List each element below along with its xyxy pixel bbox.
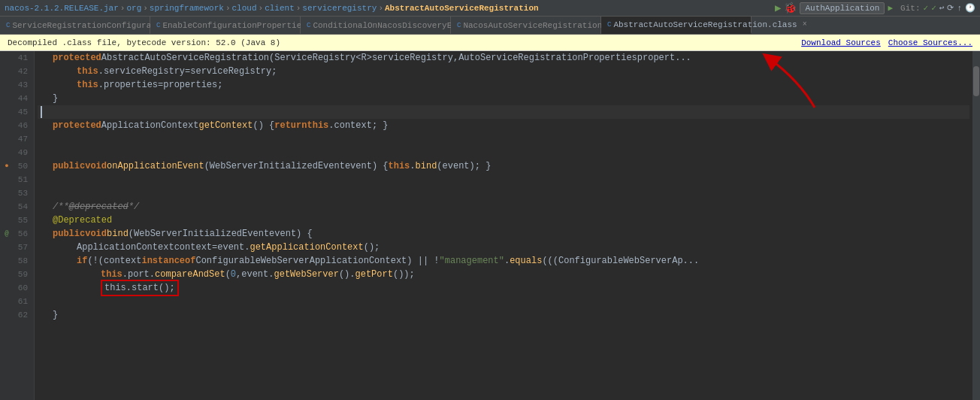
tabs-bar: C ServiceRegistrationConfiguration.class… [0, 17, 980, 35]
code-content: protected AbstractAutoServiceRegistratio… [35, 51, 972, 400]
code-line-45 [38, 105, 969, 119]
gutter-icon-44 [3, 95, 11, 102]
gutter-line-43: 43 [3, 78, 28, 92]
code-line-49 [38, 146, 969, 159]
gutter-line-61: 61 [3, 295, 28, 308]
tab-label-5: AbstractAutoServiceRegistration.class [613, 20, 797, 29]
code-line-42: this.serviceRegistry = serviceRegistry; [38, 65, 969, 78]
push-icon[interactable]: ↑ [957, 4, 962, 13]
gutter-icon-56: @ [3, 230, 11, 238]
gutter-line-56: @56 [3, 227, 28, 241]
gutter-icon-59 [3, 271, 11, 278]
deprecated-text: @deprecated [69, 200, 129, 214]
gutter-line-51: 51 [3, 173, 28, 186]
gutter-line-59: 59 [3, 268, 28, 281]
code-line-60: this.start(); [38, 281, 969, 295]
gutter-icon-57 [3, 244, 11, 251]
vertical-scrollbar[interactable] [972, 51, 980, 400]
code-line-55: @Deprecated [38, 214, 969, 227]
tab-service-registration-configuration[interactable]: C ServiceRegistrationConfiguration.class… [0, 17, 150, 34]
bc-org[interactable]: org [126, 4, 141, 13]
sep1: › [120, 4, 126, 13]
gutter-line-41: 41 [3, 51, 28, 65]
gutter-line-47: 47 [3, 132, 28, 146]
tab-icon-4: C [457, 21, 461, 30]
gutter-line-53: 53 [3, 186, 28, 200]
gutter-line-55: 55 [3, 214, 28, 227]
git-check: ✓ [924, 3, 929, 13]
breadcrumb-bar: nacos-2.1.2.RELEASE.jar › org › springfr… [0, 0, 980, 17]
run-button[interactable]: ▶ [775, 2, 781, 14]
tab-nacos-auto-service[interactable]: C NacosAutoServiceRegistration.class × [451, 17, 601, 34]
gutter-line-50: ●50 [3, 159, 28, 173]
line-numbers-gutter: 41 42 43 44 45 46 47 49 ●50 51 53 54 55 … [0, 51, 35, 400]
code-line-56: public void bind(WebServerInitializedEve… [38, 227, 969, 241]
git-label: Git: [900, 4, 920, 13]
bc-client[interactable]: client [265, 4, 295, 13]
gutter-icon-54 [3, 203, 11, 211]
notice-text: Decompiled .class file, bytecode version… [8, 38, 280, 47]
code-line-41: protected AbstractAutoServiceRegistratio… [38, 51, 969, 65]
code-line-61 [38, 295, 969, 308]
app-dropdown[interactable]: AuthApplication [800, 2, 885, 14]
gutter-line-57: 57 [3, 241, 28, 254]
gutter-line-46: 46 [3, 119, 28, 132]
gutter-icon-55 [3, 217, 11, 224]
code-line-57: ApplicationContext context = event.getAp… [38, 241, 969, 254]
gutter-icon-51 [3, 176, 11, 183]
code-area: 41 42 43 44 45 46 47 49 ●50 51 53 54 55 … [0, 51, 980, 400]
vcs-icon[interactable]: ↩ [939, 3, 945, 13]
notice-bar: Decompiled .class file, bytecode version… [0, 35, 980, 51]
history-icon[interactable]: 🕐 [965, 3, 975, 13]
download-sources-link[interactable]: Download Sources [801, 38, 881, 47]
highlighted-code: this.start(); [101, 280, 179, 296]
toolbar-right: ▶ 🐞 AuthApplication ▶ Git: ✓ ✓ ↩ ⟳ ↑ 🕐 [775, 2, 975, 14]
code-line-50: public void onApplicationEvent(WebServer… [38, 159, 969, 173]
gutter-icon-60 [3, 284, 11, 292]
gutter-icon-45 [3, 108, 11, 116]
run-icon[interactable]: ▶ [888, 3, 893, 13]
code-line-47 [38, 132, 969, 146]
code-line-58: if (!(context instanceof ConfigurableWeb… [38, 254, 969, 268]
tab-close-5[interactable]: × [803, 20, 807, 29]
tab-enable-configuration-properties[interactable]: C EnableConfigurationProperties.java × [150, 17, 301, 34]
tab-abstract-auto-service[interactable]: C AbstractAutoServiceRegistration.class … [601, 17, 752, 34]
gutter-icon-42 [3, 68, 11, 75]
code-line-54: /** @deprecated */ [38, 200, 969, 214]
code-line-51 [38, 173, 969, 186]
bc-springframework[interactable]: springframework [150, 4, 224, 13]
code-line-44: } [38, 92, 969, 105]
code-line-62: } [38, 308, 969, 322]
debug-button[interactable]: 🐞 [784, 2, 797, 14]
tab-icon-5: C [607, 20, 611, 29]
choose-sources-link[interactable]: Choose Sources... [888, 38, 972, 47]
tab-icon-2: C [156, 21, 160, 30]
gutter-icon-43 [3, 81, 11, 89]
gutter-line-45: 45 [3, 105, 28, 119]
gutter-line-60: 60 [3, 281, 28, 295]
code-line-46: protected ApplicationContext getContext(… [38, 119, 969, 132]
notice-links: Download Sources Choose Sources... [801, 38, 972, 47]
update-icon[interactable]: ⟳ [947, 3, 954, 13]
tab-icon-3: C [307, 21, 310, 30]
gutter-icon-62 [3, 311, 11, 319]
gutter-icon-41 [3, 54, 11, 62]
gutter-icon-49 [3, 149, 11, 156]
gutter-line-54: 54 [3, 200, 28, 214]
gutter-line-49: 49 [3, 146, 28, 159]
code-line-53 [38, 186, 969, 200]
gutter-icon-53 [3, 189, 11, 197]
bc-classname[interactable]: AbstractAutoServiceRegistration [385, 4, 539, 13]
gutter-icon-46 [3, 122, 11, 129]
bc-cloud[interactable]: cloud [232, 4, 257, 13]
jar-name[interactable]: nacos-2.1.2.RELEASE.jar [5, 4, 119, 13]
gutter-icon-58 [3, 257, 11, 265]
gutter-icon-50: ● [3, 162, 11, 170]
gutter-icon-47 [3, 135, 11, 143]
gutter-line-42: 42 [3, 65, 28, 78]
bc-serviceregistry[interactable]: serviceregistry [302, 4, 377, 13]
git-check2: ✓ [931, 3, 936, 13]
scrollbar-thumb[interactable] [973, 66, 979, 96]
gutter-line-44: 44 [3, 92, 28, 105]
tab-conditional-on-nacos[interactable]: C ConditionalOnNacosDiscoveryEnabled.cla… [301, 17, 451, 34]
